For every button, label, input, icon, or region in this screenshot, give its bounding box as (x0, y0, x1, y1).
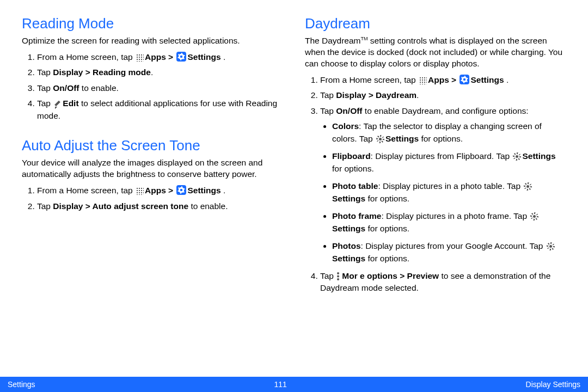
text: Display > Daydream (336, 90, 416, 100)
text: From a Home screen, tap (320, 75, 418, 84)
list-item: Tap On/Off to enable. (37, 82, 283, 94)
auto-intro: Your device will analyze the images disp… (22, 157, 283, 180)
text: Tap (320, 106, 336, 115)
list-item: Tap Display > Auto adjust screen tone to… (37, 200, 283, 212)
settings-icon (176, 52, 186, 62)
apps-icon (419, 76, 427, 84)
gear-icon (547, 242, 555, 250)
text: From a Home screen, tap (37, 52, 135, 62)
apps-icon (136, 187, 144, 195)
text: to enable Daydream, and configure option… (363, 106, 529, 115)
text: Tap (37, 83, 53, 93)
text: Flipboard (332, 151, 371, 161)
text: : Display pictures from Flipboard. Tap (371, 151, 512, 161)
gear-icon (513, 152, 521, 161)
text: Tap (320, 90, 336, 100)
text: for options. (365, 254, 409, 263)
heading-auto-adjust: Auto Adjust the Screen Tone (22, 137, 283, 154)
gear-icon (530, 212, 538, 220)
text: for options. (365, 194, 409, 203)
text: Tap (320, 271, 336, 280)
text: Tap (37, 201, 53, 211)
list-item: From a Home screen, tap Apps > Settings … (37, 185, 283, 197)
list-item: From a Home screen, tap Apps > Settings … (320, 74, 566, 86)
heading-reading-mode: Reading Mode (22, 15, 283, 32)
auto-steps: From a Home screen, tap Apps > Settings … (22, 185, 283, 212)
daydream-options: Colors: Tap the selector to display a ch… (320, 120, 566, 265)
text: Settings (187, 52, 220, 62)
list-item: Photos: Display pictures from your Googl… (332, 240, 566, 265)
text: Settings (332, 224, 365, 233)
apps-icon (136, 53, 144, 62)
list-item: Tap Display > Daydream. (320, 89, 566, 101)
text: Settings (385, 134, 419, 143)
edit-icon (54, 100, 62, 108)
list-item: Tap Display > Reading mode. (37, 66, 283, 78)
daydream-intro: The DaydreamTM setting controls what is … (305, 35, 566, 70)
text: Mor e options > Preview (342, 271, 439, 280)
text: Photo frame (332, 211, 381, 220)
text: Display > Reading mode (53, 68, 151, 77)
footer-left: Settings (8, 380, 35, 389)
text: Apps > (145, 186, 175, 195)
text: for options. (365, 224, 409, 233)
text: Photo table (332, 181, 378, 191)
text: Edit (63, 99, 78, 108)
text: Tap (37, 99, 53, 108)
text: Settings (522, 151, 555, 161)
text: to enable. (188, 201, 228, 211)
text: . (504, 75, 509, 84)
settings-icon (460, 75, 469, 84)
list-item: Flipboard: Display pictures from Flipboa… (332, 150, 566, 175)
text: On/Off (336, 106, 362, 115)
text: for options. (419, 134, 463, 143)
text: From a Home screen, tap (37, 186, 135, 195)
list-item: Tap Edit to select additional applicatio… (37, 97, 283, 122)
list-item: Tap On/Off to enable Daydream, and confi… (320, 105, 566, 265)
list-item: Colors: Tap the selector to display a ch… (332, 120, 566, 145)
reading-intro: Optimize the screen for reading with sel… (22, 35, 283, 47)
daydream-steps: From a Home screen, tap Apps > Settings … (305, 74, 566, 295)
text: Settings (470, 75, 504, 84)
right-column: Daydream The DaydreamTM setting controls… (305, 15, 566, 370)
text: Settings (187, 186, 220, 195)
page-footer: Settings 111 Display Settings (0, 377, 588, 392)
list-item: Photo table: Display pictures in a photo… (332, 180, 566, 205)
text: : Display pictures from your Google Acco… (361, 241, 546, 250)
text: Settings (332, 254, 365, 263)
settings-icon (176, 185, 186, 195)
text: Display > Auto adjust screen tone (53, 201, 188, 211)
text: Colors (332, 121, 359, 131)
footer-page-number: 111 (274, 380, 286, 389)
text: . (151, 68, 153, 77)
text: Apps > (428, 75, 458, 84)
text: . (221, 52, 226, 62)
list-item: Tap Mor e options > Preview to see a dem… (320, 270, 566, 295)
reading-steps: From a Home screen, tap Apps > Settings … (22, 51, 283, 122)
footer-right: Display Settings (526, 380, 580, 389)
more-options-icon (337, 272, 340, 280)
page-body: Reading Mode Optimize the screen for rea… (0, 0, 588, 370)
text: On/Off (53, 83, 79, 93)
text: for options. (332, 164, 374, 173)
text: . (221, 186, 226, 195)
gear-icon (524, 182, 532, 191)
trademark: TM (361, 36, 368, 41)
text: The Daydream (305, 36, 361, 45)
gear-icon (376, 135, 384, 143)
left-column: Reading Mode Optimize the screen for rea… (22, 15, 283, 370)
text: Settings (332, 194, 365, 203)
heading-daydream: Daydream (305, 15, 566, 32)
list-item: From a Home screen, tap Apps > Settings … (37, 51, 283, 63)
text: Tap (37, 68, 53, 77)
text: : Display pictures in a photo frame. Tap (381, 211, 529, 220)
text: : Display pictures in a photo table. Tap (378, 181, 523, 191)
text: Apps > (145, 52, 175, 62)
text: Photos (332, 241, 361, 250)
list-item: Photo frame: Display pictures in a photo… (332, 210, 566, 235)
text: . (416, 90, 419, 100)
text: to enable. (79, 83, 119, 93)
